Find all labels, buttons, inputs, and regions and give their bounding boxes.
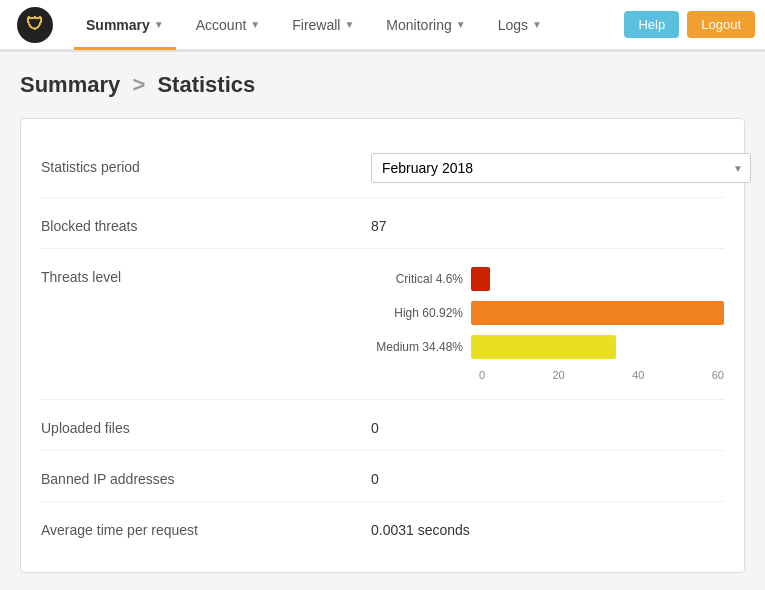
value-blocked-threats: 87 [371, 212, 387, 234]
nav-item-logs[interactable]: Logs ▼ [482, 3, 558, 47]
breadcrumb-current: Statistics [157, 72, 255, 97]
help-button[interactable]: Help [624, 11, 679, 38]
row-avg-time: Average time per request 0.0031 seconds [41, 502, 724, 552]
label-blocked-threats: Blocked threats [41, 212, 371, 234]
nav-link-logs[interactable]: Logs ▼ [486, 3, 554, 47]
caret-firewall: ▼ [344, 19, 354, 30]
caret-logs: ▼ [532, 19, 542, 30]
value-avg-time: 0.0031 seconds [371, 516, 470, 538]
value-uploaded-files: 0 [371, 414, 379, 436]
label-statistics-period: Statistics period [41, 153, 371, 175]
chart-bar-fill-2 [471, 335, 616, 359]
nav-label-monitoring: Monitoring [386, 17, 451, 33]
axis-60: 60 [712, 369, 724, 381]
nav-item-monitoring[interactable]: Monitoring ▼ [370, 3, 481, 47]
chart-bar-label-1: High 60.92% [371, 306, 471, 320]
nav-link-firewall[interactable]: Firewall ▼ [280, 3, 366, 47]
nav-menu: Summary ▼ Account ▼ Firewall ▼ Monitorin… [70, 3, 624, 47]
label-banned-ip: Banned IP addresses [41, 465, 371, 487]
axis-20: 20 [553, 369, 565, 381]
nav-item-firewall[interactable]: Firewall ▼ [276, 3, 370, 47]
breadcrumb-separator: > [132, 72, 145, 97]
logo-image: 🛡 [26, 14, 44, 35]
breadcrumb-parent: Summary [20, 72, 120, 97]
chart-bar-wrap-1 [471, 301, 724, 325]
navbar: 🛡 Summary ▼ Account ▼ Firewall ▼ Monitor… [0, 0, 765, 52]
chart-bar-label-2: Medium 34.48% [371, 340, 471, 354]
threats-chart: Critical 4.6%High 60.92%Medium 34.48% 0 … [371, 263, 724, 385]
row-uploaded-files: Uploaded files 0 [41, 400, 724, 451]
label-avg-time: Average time per request [41, 516, 371, 538]
nav-label-account: Account [196, 17, 247, 33]
caret-monitoring: ▼ [456, 19, 466, 30]
logo-icon: 🛡 [17, 7, 53, 43]
caret-account: ▼ [250, 19, 260, 30]
caret-summary: ▼ [154, 19, 164, 30]
nav-label-logs: Logs [498, 17, 528, 33]
period-select-wrapper: February 2018 January 2018 December 2017 [371, 153, 751, 183]
value-banned-ip: 0 [371, 465, 379, 487]
nav-item-account[interactable]: Account ▼ [180, 3, 277, 47]
brand-logo: 🛡 [10, 0, 60, 50]
chart-bar-label-0: Critical 4.6% [371, 272, 471, 286]
row-banned-ip: Banned IP addresses 0 [41, 451, 724, 502]
nav-link-summary[interactable]: Summary ▼ [74, 3, 176, 50]
nav-link-account[interactable]: Account ▼ [184, 3, 273, 47]
stats-card: Statistics period February 2018 January … [20, 118, 745, 573]
nav-link-monitoring[interactable]: Monitoring ▼ [374, 3, 477, 47]
row-statistics-period: Statistics period February 2018 January … [41, 139, 724, 198]
chart-row-1: High 60.92% [371, 301, 724, 325]
period-select[interactable]: February 2018 January 2018 December 2017 [371, 153, 751, 183]
chart-bar-wrap-2 [471, 335, 724, 359]
row-blocked-threats: Blocked threats 87 [41, 198, 724, 249]
nav-label-firewall: Firewall [292, 17, 340, 33]
nav-item-summary[interactable]: Summary ▼ [70, 3, 180, 47]
chart-axis: 0 20 40 60 [371, 369, 724, 381]
chart-bar-fill-0 [471, 267, 490, 291]
axis-0: 0 [479, 369, 485, 381]
row-threats-level: Threats level Critical 4.6%High 60.92%Me… [41, 249, 724, 400]
axis-40: 40 [632, 369, 644, 381]
chart-bars-container: Critical 4.6%High 60.92%Medium 34.48% [371, 267, 724, 359]
logout-button[interactable]: Logout [687, 11, 755, 38]
chart-row-0: Critical 4.6% [371, 267, 724, 291]
nav-label-summary: Summary [86, 17, 150, 33]
chart-bar-fill-1 [471, 301, 724, 325]
label-uploaded-files: Uploaded files [41, 414, 371, 436]
navbar-right: Help Logout [624, 11, 755, 38]
main-content: Summary > Statistics Statistics period F… [0, 52, 765, 590]
chart-row-2: Medium 34.48% [371, 335, 724, 359]
chart-bar-wrap-0 [471, 267, 724, 291]
label-threats-level: Threats level [41, 263, 371, 285]
breadcrumb: Summary > Statistics [20, 72, 745, 98]
